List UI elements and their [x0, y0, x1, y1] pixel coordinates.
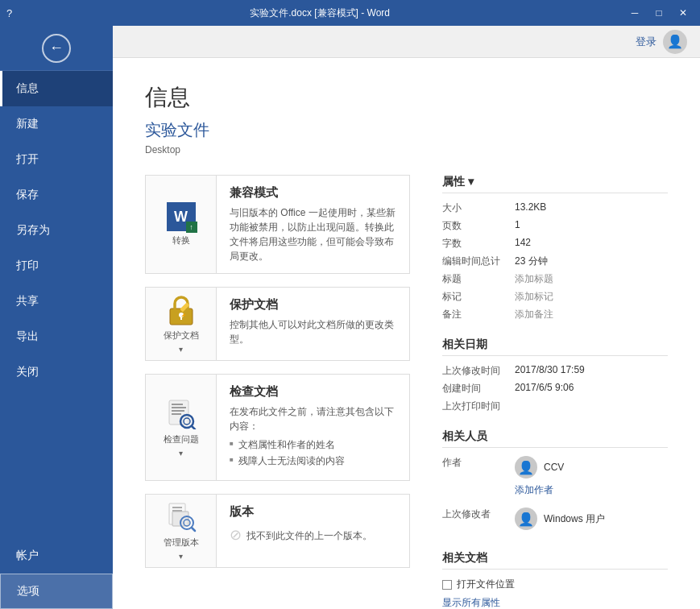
version-desc-row: ⊘ 找不到此文件的上一个版本。 [230, 524, 396, 546]
close-button[interactable]: ✕ [673, 5, 694, 21]
open-location-checkbox[interactable] [442, 580, 452, 590]
word-icon: W ↑ [167, 202, 196, 231]
show-all-properties-link[interactable]: 显示所有属性 [442, 596, 668, 609]
maximize-button[interactable]: □ [648, 5, 669, 21]
compatibility-icon-label: 转换 [172, 234, 190, 246]
sidebar-item-info[interactable]: 信息 [0, 71, 113, 106]
compatibility-icon-area[interactable]: W ↑ 转换 [146, 176, 217, 273]
prop-row-edittime: 编辑时间总计 23 分钟 [442, 255, 668, 268]
protect-card: 保护文档 ▾ 保护文档 控制其他人可以对此文档所做的更改类型。 [145, 287, 410, 361]
prop-value-size: 13.2KB [515, 201, 668, 213]
sidebar-item-save[interactable]: 保存 [0, 177, 113, 213]
properties-section: 属性 ▾ 大小 13.2KB 页数 1 字数 142 [442, 175, 668, 321]
sidebar-item-open[interactable]: 打开 [0, 142, 113, 177]
left-column: W ↑ 转换 兼容模式 与旧版本的 Office 一起使用时，某些新功能被禁用，… [145, 175, 410, 609]
login-button[interactable]: 登录 [636, 35, 657, 49]
svg-rect-9 [172, 410, 184, 412]
svg-rect-15 [172, 507, 182, 508]
prop-row-title: 标题 添加标题 [442, 272, 668, 286]
lastmodifier-name: Windows 用户 [544, 512, 605, 526]
inspect-desc: 在发布此文件之前，请注意其包含以下内容： [230, 404, 396, 433]
related-people-section: 相关人员 作者 👤 CCV 添加作者 [442, 429, 668, 535]
minimize-button[interactable]: ─ [624, 5, 645, 21]
sidebar-item-share[interactable]: 共享 [0, 284, 113, 319]
protect-desc: 控制其他人可以对此文档所做的更改类型。 [230, 317, 396, 346]
protect-dropdown-icon: ▾ [179, 345, 183, 354]
prop-label-modified: 上次修改时间 [442, 364, 515, 378]
lastmodifier-block: 👤 Windows 用户 [515, 508, 668, 535]
version-title: 版本 [230, 504, 396, 520]
version-icon-label: 管理版本 [164, 536, 199, 549]
inspect-icon-area[interactable]: 检查问题 ▾ [146, 375, 217, 480]
inspect-title: 检查文档 [230, 384, 396, 400]
version-icon [165, 501, 197, 533]
sidebar-item-export[interactable]: 导出 [0, 319, 113, 354]
inspect-icon [165, 398, 197, 430]
prop-label-printed: 上次打印时间 [442, 400, 515, 413]
sidebar-item-saveas[interactable]: 另存为 [0, 213, 113, 248]
prop-label-edittime: 编辑时间总计 [442, 255, 515, 268]
doc-path: Desktop [145, 144, 668, 155]
prop-label-tags: 标记 [442, 290, 515, 304]
inspect-list-item-2: 残障人士无法阅读的内容 [230, 454, 396, 468]
prop-label-lastmodifier: 上次修改者 [442, 508, 515, 521]
sidebar-item-close[interactable]: 关闭 [0, 354, 113, 390]
window-title: 实验文件.docx [兼容模式] - Word [15, 6, 624, 20]
prop-value-pages: 1 [515, 219, 668, 230]
convert-arrow-icon: ↑ [186, 222, 197, 233]
author-row: 👤 CCV [515, 456, 668, 478]
prop-row-notes: 备注 添加备注 [442, 308, 668, 321]
inspect-card-content: 检查文档 在发布此文件之前，请注意其包含以下内容： 文档属性和作者的姓名 残障人… [217, 375, 409, 480]
version-card-content: 版本 ⊘ 找不到此文件的上一个版本。 [217, 495, 409, 567]
content-area: 登录 👤 信息 实验文件 Desktop W ↑ [113, 26, 700, 609]
prop-value-modified: 2017/8/30 17:59 [515, 364, 668, 375]
right-column: 属性 ▾ 大小 13.2KB 页数 1 字数 142 [442, 175, 668, 609]
version-icon-area[interactable]: 管理版本 ▾ [146, 495, 217, 567]
prop-row-modified: 上次修改时间 2017/8/30 17:59 [442, 364, 668, 378]
sidebar-item-options[interactable]: 选项 [0, 574, 113, 609]
add-author-link[interactable]: 添加作者 [515, 483, 668, 497]
lastmodifier-row: 👤 Windows 用户 [515, 508, 668, 530]
protect-title: 保护文档 [230, 297, 396, 313]
prop-label-notes: 备注 [442, 308, 515, 321]
lock-icon [165, 294, 197, 326]
user-avatar[interactable]: 👤 [663, 30, 687, 54]
svg-rect-7 [172, 404, 183, 405]
related-docs-title: 相关文档 [442, 551, 668, 570]
prop-value-notes[interactable]: 添加备注 [515, 308, 668, 321]
sidebar-item-new[interactable]: 新建 [0, 106, 113, 142]
top-bar: 登录 👤 [113, 26, 700, 58]
back-button[interactable]: ← [0, 26, 113, 71]
version-dropdown-icon: ▾ [179, 552, 183, 561]
protect-icon-label: 保护文档 [164, 329, 199, 342]
related-dates-section: 相关日期 上次修改时间 2017/8/30 17:59 创建时间 2017/6/… [442, 338, 668, 413]
prop-row-lastmodifier: 上次修改者 👤 Windows 用户 [442, 508, 668, 535]
sidebar: ← 信息 新建 打开 保存 另存为 打印 共享 [0, 26, 113, 609]
author-block: 👤 CCV 添加作者 [515, 456, 668, 503]
related-docs-section: 相关文档 打开文件位置 显示所有属性 [442, 551, 668, 609]
sidebar-item-print[interactable]: 打印 [0, 248, 113, 284]
open-location-row: 打开文件位置 [442, 578, 668, 591]
prop-row-pages: 页数 1 [442, 219, 668, 233]
prop-value-words: 142 [515, 237, 668, 248]
main-content: 信息 实验文件 Desktop W ↑ [113, 58, 700, 609]
protect-icon-area[interactable]: 保护文档 ▾ [146, 288, 217, 360]
sidebar-item-account[interactable]: 帐户 [0, 538, 113, 574]
prop-label-author: 作者 [442, 456, 515, 470]
prop-row-created: 创建时间 2017/6/5 9:06 [442, 382, 668, 396]
prop-value-title[interactable]: 添加标题 [515, 272, 668, 286]
prop-label-size: 大小 [442, 201, 515, 215]
svg-line-13 [192, 426, 195, 429]
prop-label-words: 字数 [442, 237, 515, 251]
two-column-layout: W ↑ 转换 兼容模式 与旧版本的 Office 一起使用时，某些新功能被禁用，… [145, 175, 668, 609]
window-controls: ─ □ ✕ [624, 5, 694, 21]
prop-value-tags[interactable]: 添加标记 [515, 290, 668, 304]
prop-value-created: 2017/6/5 9:06 [515, 382, 668, 393]
help-icon[interactable]: ? [6, 7, 12, 19]
lastmodifier-avatar: 👤 [515, 508, 537, 530]
page-title: 信息 [145, 82, 668, 113]
version-desc-text: 找不到此文件的上一个版本。 [246, 528, 372, 543]
prop-row-printed: 上次打印时间 [442, 400, 668, 413]
prop-row-author: 作者 👤 CCV 添加作者 [442, 456, 668, 503]
doc-title: 实验文件 [145, 119, 668, 141]
